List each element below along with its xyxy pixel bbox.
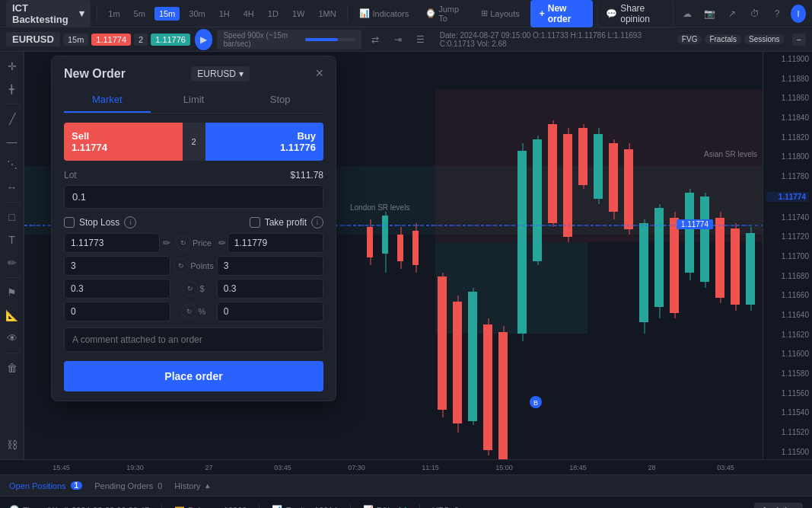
cursor-tool[interactable]: ✛: [2, 56, 22, 76]
symbol-name: ICT Backtesting: [12, 2, 76, 25]
ohlc-info: Date: 2024-08-27 09:15:00 O:1.11733 H:1.…: [440, 31, 667, 48]
sl-pct-input[interactable]: [64, 302, 170, 321]
play-button[interactable]: ▶: [195, 29, 212, 50]
tp-points-input[interactable]: [217, 256, 323, 276]
channel-tool[interactable]: ⋱: [2, 155, 22, 174]
tp-price-input[interactable]: [228, 233, 323, 253]
take-profit-checkbox-wrap[interactable]: Take profit i: [250, 216, 323, 228]
svg-rect-43: [700, 196, 709, 282]
tf-30m[interactable]: 30m: [184, 7, 209, 21]
place-order-button[interactable]: Place order: [64, 361, 323, 391]
minus-btn[interactable]: −: [792, 34, 806, 46]
pair-name[interactable]: EURUSD: [6, 32, 60, 46]
new-order-button[interactable]: + New order: [530, 0, 594, 27]
chart-area[interactable]: B London SR levels Asian SR levels New O…: [24, 52, 763, 459]
price-level-20: 1.11500: [766, 448, 809, 456]
tf-4h[interactable]: 4H: [239, 7, 259, 21]
help-icon-btn[interactable]: ?: [768, 3, 786, 24]
pct-cycle-icon[interactable]: ↻: [182, 304, 197, 319]
brush-tool[interactable]: ✏: [2, 253, 22, 273]
points-cycle-icon[interactable]: ↻: [174, 258, 189, 273]
ruler-tool[interactable]: 📐: [2, 305, 22, 325]
svg-rect-15: [563, 134, 572, 237]
settings-icon[interactable]: ☰: [411, 29, 428, 50]
text-tool[interactable]: T: [2, 230, 22, 250]
svg-rect-41: [685, 193, 694, 273]
tf-1h[interactable]: 1H: [215, 7, 234, 21]
tf-1w[interactable]: 1W: [288, 7, 310, 21]
tf-15m[interactable]: 15m: [154, 7, 180, 21]
tab-stop[interactable]: Stop: [237, 88, 323, 113]
fractals-tag[interactable]: Fractals: [705, 34, 741, 44]
tool-separator-4: [5, 353, 20, 353]
share-button[interactable]: 💬 Share opinion: [597, 0, 673, 28]
open-positions-tab[interactable]: Open Positions 1: [9, 481, 82, 490]
sl-points-input[interactable]: [64, 256, 170, 276]
timeframe-tag[interactable]: 15m: [63, 34, 88, 46]
cloud-icon-btn[interactable]: ☁: [678, 3, 696, 24]
take-profit-label: Take profit: [265, 217, 307, 228]
layouts-btn[interactable]: ⊞ Layouts: [475, 6, 526, 21]
tf-1m[interactable]: 1m: [103, 7, 124, 21]
tp-edit-icon[interactable]: ✏: [218, 238, 226, 248]
symbol-selector[interactable]: ICT Backtesting ▾: [6, 0, 91, 27]
eye-tool[interactable]: 👁: [2, 328, 22, 348]
svg-rect-25: [438, 276, 447, 410]
crosshair-tool[interactable]: ╋: [2, 79, 22, 99]
tp-info-icon[interactable]: i: [311, 216, 323, 228]
svg-rect-35: [639, 223, 648, 322]
avatar[interactable]: I: [791, 5, 806, 23]
forward-icon[interactable]: ⇥: [389, 29, 406, 50]
annotation-tool[interactable]: ⚑: [2, 283, 22, 302]
speed-label: Speed 900x (~15m bar/sec): [223, 31, 301, 48]
tp-pct-input[interactable]: [217, 302, 323, 321]
price-level-17: 1.11560: [766, 389, 809, 398]
tf-5m[interactable]: 5m: [129, 7, 150, 21]
network-tool[interactable]: ⛓: [2, 435, 22, 455]
camera-icon-btn[interactable]: 📷: [701, 3, 719, 24]
measure-tool[interactable]: ↔: [2, 177, 22, 197]
tf-1d[interactable]: 1D: [263, 7, 283, 21]
sl-info-icon[interactable]: i: [124, 216, 136, 228]
balance-value: 10000: [224, 506, 247, 509]
comment-input[interactable]: [64, 327, 323, 352]
sessions-tag[interactable]: Sessions: [744, 34, 785, 44]
sl-dollar-input[interactable]: [64, 279, 170, 299]
shape-tool[interactable]: □: [2, 207, 22, 227]
buy-button[interactable]: Buy 1.11776: [205, 123, 324, 161]
history-tab[interactable]: History ▴: [174, 481, 209, 490]
stop-loss-checkbox[interactable]: [64, 217, 75, 228]
price-cycle-icon[interactable]: ↻: [176, 235, 191, 251]
svg-rect-33: [498, 332, 508, 459]
top-toolbar: ICT Backtesting ▾ 1m 5m 15m 30m 1H 4H 1D…: [0, 0, 812, 27]
tf-1mn[interactable]: 1MN: [314, 7, 340, 21]
share2-icon-btn[interactable]: ↗: [723, 3, 741, 24]
trash-tool[interactable]: 🗑: [2, 358, 22, 378]
svg-rect-47: [731, 228, 740, 305]
trend-line-tool[interactable]: ╱: [2, 109, 22, 129]
fvg-tag[interactable]: FVG: [677, 34, 702, 44]
sell-button[interactable]: Sell 1.11774: [64, 123, 183, 161]
modal-symbol-selector[interactable]: EURUSD ▾: [191, 66, 250, 81]
clock-icon-btn[interactable]: ⏱: [746, 3, 764, 24]
dollar-cycle-icon[interactable]: ↻: [183, 281, 198, 296]
sl-price-input[interactable]: [64, 233, 160, 253]
tp-dollar-input[interactable]: [217, 279, 323, 299]
take-profit-checkbox[interactable]: [250, 217, 260, 228]
pending-orders-tab[interactable]: Pending Orders 0: [94, 481, 162, 490]
horizontal-line-tool[interactable]: —: [2, 132, 22, 152]
sl-edit-icon[interactable]: ✏: [163, 238, 170, 248]
lot-label: Lot: [64, 170, 77, 181]
jump-icon: ⌚: [425, 8, 436, 18]
equity-value: 10014: [314, 506, 338, 509]
tab-market[interactable]: Market: [64, 88, 151, 113]
stop-loss-checkbox-wrap[interactable]: Stop Loss i: [64, 216, 136, 228]
analytics-button[interactable]: Analytics: [754, 503, 803, 509]
replay-icon[interactable]: ⇄: [366, 29, 384, 50]
jump-to-btn[interactable]: ⌚ Jump To: [419, 2, 470, 25]
separator2: [347, 6, 348, 21]
modal-close-button[interactable]: ×: [315, 65, 323, 81]
indicators-btn[interactable]: 📊 Indicators: [353, 6, 415, 21]
lot-input[interactable]: [64, 185, 323, 209]
tab-limit[interactable]: Limit: [151, 88, 237, 113]
